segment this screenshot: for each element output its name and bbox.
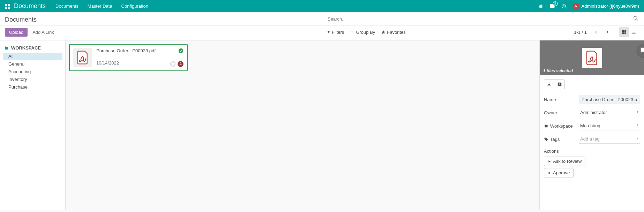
svg-rect-0 [5,4,7,6]
user-menu[interactable]: A Administrator (fj6nyue0vi9m) [572,3,639,10]
upload-button[interactable]: Upload [5,28,28,37]
svg-rect-9 [624,32,626,34]
activity-icon[interactable] [170,61,175,67]
search-icon[interactable] [633,16,638,21]
chevron-down-icon: ▾ [637,110,638,114]
view-kanban-button[interactable] [619,27,629,37]
chevron-down-icon: ▾ [637,136,638,140]
header-row: Documents [0,12,644,25]
clock-icon[interactable] [561,4,566,9]
sidebar: WORKSPACE All General Accounting Invento… [0,40,66,210]
group-by-label: Group By [356,30,375,35]
name-input[interactable] [579,95,640,104]
pdf-icon-large [582,48,602,68]
approve-label: Approve [553,170,570,175]
nav-right: 2 A Administrator (fj6nyue0vi9m) [538,3,639,10]
user-avatar: A [572,3,579,10]
search-input[interactable] [327,14,639,24]
workspace-select[interactable]: Mua hàng ▾ [579,121,640,130]
messages-badge: 2 [553,1,558,6]
group-by-button[interactable]: Group By [350,30,375,35]
workspace-value: Mua hàng [580,123,600,128]
download-button[interactable] [544,80,554,89]
sidebar-item-inventory[interactable]: Inventory [3,76,62,83]
workspace-label: Workspace [544,123,579,129]
svg-rect-6 [622,30,624,32]
workspace-label-text: Workspace [550,123,573,129]
ask-to-review-label: Ask to Review [553,159,582,164]
pager-next[interactable] [603,28,612,37]
tags-select[interactable]: Add a tag ▾ [579,135,640,144]
app-brand[interactable]: Documents [14,2,46,10]
workspace-header: WORKSPACE [3,45,62,51]
ask-to-review-button[interactable]: Ask to Review [544,157,585,166]
filters-label: Filters [332,30,344,35]
sidebar-item-accounting[interactable]: Accounting [3,68,62,75]
share-button[interactable] [554,80,565,89]
owner-avatar: A [178,61,184,67]
document-card[interactable]: Purchase Order - P00023.pdf 10/14/2022 A [69,44,188,71]
svg-rect-3 [8,7,10,9]
selected-count: 1 files selected [543,68,573,73]
pdf-icon [73,48,92,67]
nav-link-documents[interactable]: Documents [55,3,78,9]
approve-button[interactable]: Approve [544,168,574,177]
main-area: WORKSPACE All General Accounting Invento… [0,40,644,210]
user-name: Administrator (fj6nyue0vi9m) [582,3,639,9]
sidebar-item-all[interactable]: All [3,53,62,60]
svg-rect-1 [8,4,10,6]
check-icon [178,48,184,53]
top-navbar: Documents Documents Master Data Configur… [0,0,644,12]
apps-icon[interactable] [5,3,10,9]
favorites-label: Favorites [387,30,405,35]
add-link-button[interactable]: Add A Link [32,30,54,35]
owner-value: Administrator [580,110,607,115]
details-panel: 1 files selected Name Owner [539,40,644,210]
view-switcher [619,27,639,37]
control-row: Upload Add A Link Filters Group By Favor… [0,25,644,40]
workspace-header-label: WORKSPACE [11,45,41,51]
bug-icon[interactable] [538,4,543,9]
favorites-button[interactable]: Favorites [381,30,405,35]
owner-select[interactable]: Administrator ▾ [579,108,640,117]
sidebar-item-purchase[interactable]: Purchase [3,83,62,91]
card-filename: Purchase Order - P00023.pdf [96,48,184,53]
svg-rect-8 [622,32,624,34]
sidebar-item-general[interactable]: General [3,60,62,68]
svg-point-5 [634,16,637,20]
tags-label-text: Tags [550,137,560,142]
chevron-down-icon: ▾ [637,123,638,127]
svg-rect-7 [624,30,626,32]
owner-label: Owner [544,110,579,115]
page-title: Documents [5,16,317,23]
view-list-button[interactable] [629,27,639,37]
nav-link-configuration[interactable]: Configuration [121,3,148,9]
svg-point-12 [545,138,546,138]
pager-text: 1-1 / 1 [574,30,587,35]
name-label: Name [544,97,579,102]
svg-rect-2 [5,7,7,9]
nav-link-master-data[interactable]: Master Data [88,3,112,9]
pager-prev[interactable] [592,28,601,37]
actions-title: Actions [544,149,640,154]
tags-placeholder: Add a tag [580,136,600,142]
filters-button[interactable]: Filters [327,30,344,35]
content-area: Purchase Order - P00023.pdf 10/14/2022 A [66,40,539,210]
nav-links: Documents Master Data Configuration [55,3,148,9]
details-header: 1 files selected [540,40,644,75]
tags-label: Tags [544,137,579,142]
messages-icon[interactable]: 2 [549,3,555,9]
